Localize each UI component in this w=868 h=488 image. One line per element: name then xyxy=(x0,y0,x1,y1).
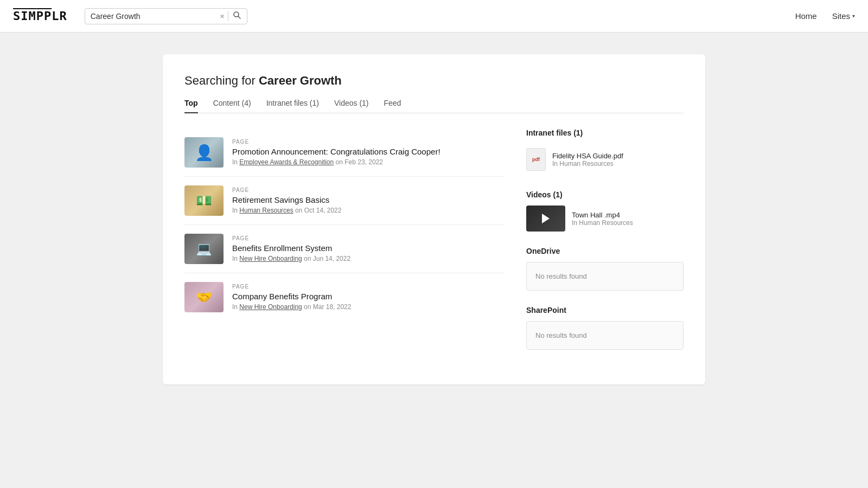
onedrive-title: OneDrive xyxy=(526,247,684,255)
video-name: Town Hall .mp4 xyxy=(572,211,633,219)
result-location-link[interactable]: New Hire Onboarding xyxy=(239,303,302,311)
result-item[interactable]: PAGE Retirement Savings Basics In Human … xyxy=(184,177,505,225)
result-item[interactable]: PAGE Promotion Announcement: Congratulat… xyxy=(184,129,505,177)
result-meta: PAGE Company Benefits Program In New Hir… xyxy=(232,282,351,312)
result-title: Retirement Savings Basics xyxy=(232,195,341,204)
sites-chevron: ▾ xyxy=(852,13,855,19)
search-input[interactable] xyxy=(91,12,220,21)
result-meta: PAGE Retirement Savings Basics In Human … xyxy=(232,185,341,216)
result-meta: PAGE Benefits Enrollment System In New H… xyxy=(232,234,350,264)
search-bar: × xyxy=(85,8,247,24)
content-card: Searching for Career Growth Top Content … xyxy=(163,54,705,384)
result-type: PAGE xyxy=(232,187,341,193)
video-location: In Human Resources xyxy=(572,219,633,227)
file-name: Fidelity HSA Guide.pdf xyxy=(552,152,623,160)
logo-text: SIM xyxy=(13,9,36,23)
result-location: In Employee Awards & Recognition on Feb … xyxy=(232,158,441,166)
result-location-link[interactable]: Employee Awards & Recognition xyxy=(239,158,334,166)
video-info: Town Hall .mp4 In Human Resources xyxy=(572,211,633,227)
result-thumbnail xyxy=(184,185,224,216)
page-title: Searching for Career Growth xyxy=(184,74,684,88)
pdf-icon: pdf xyxy=(526,148,546,171)
result-location: In New Hire Onboarding on Jun 14, 2022 xyxy=(232,255,350,262)
video-item[interactable]: Town Hall .mp4 In Human Resources xyxy=(526,206,684,232)
tab-content[interactable]: Content (4) xyxy=(213,99,251,113)
clear-search-button[interactable]: × xyxy=(220,12,225,21)
result-thumbnail xyxy=(184,282,224,312)
sharepoint-section: SharePoint No results found xyxy=(526,306,684,350)
result-type: PAGE xyxy=(232,235,350,241)
tab-feed[interactable]: Feed xyxy=(384,99,401,113)
result-item[interactable]: PAGE Benefits Enrollment System In New H… xyxy=(184,225,505,273)
result-item[interactable]: PAGE Company Benefits Program In New Hir… xyxy=(184,273,505,321)
sites-dropdown[interactable]: Sites ▾ xyxy=(832,11,855,21)
svg-line-1 xyxy=(238,16,240,18)
search-button[interactable] xyxy=(233,11,241,22)
sharepoint-no-results: No results found xyxy=(526,321,684,350)
header: SIMPPLR × Home Sites ▾ xyxy=(0,0,868,33)
onedrive-no-results: No results found xyxy=(526,262,684,291)
tabs-bar: Top Content (4) Intranet files (1) Video… xyxy=(184,99,684,113)
result-location-link[interactable]: Human Resources xyxy=(239,207,293,214)
result-thumbnail xyxy=(184,234,224,264)
sharepoint-title: SharePoint xyxy=(526,306,684,314)
tab-top[interactable]: Top xyxy=(184,99,198,113)
intranet-files-section: Intranet files (1) pdf Fidelity HSA Guid… xyxy=(526,129,684,175)
main-content: Searching for Career Growth Top Content … xyxy=(0,33,868,406)
sites-label: Sites xyxy=(832,11,850,21)
intranet-files-title: Intranet files (1) xyxy=(526,129,684,137)
tab-videos[interactable]: Videos (1) xyxy=(334,99,369,113)
tab-intranet-files[interactable]: Intranet files (1) xyxy=(266,99,319,113)
title-query: Career Growth xyxy=(259,74,342,87)
result-title: Benefits Enrollment System xyxy=(232,243,350,253)
videos-section: Videos (1) Town Hall .mp4 In Human Resou… xyxy=(526,190,684,232)
nav-links: Home Sites ▾ xyxy=(795,11,855,21)
result-title: Company Benefits Program xyxy=(232,292,351,301)
play-icon xyxy=(542,214,550,223)
logo-overline: PP xyxy=(36,9,52,23)
results-layout: PAGE Promotion Announcement: Congratulat… xyxy=(184,129,684,365)
result-meta: PAGE Promotion Announcement: Congratulat… xyxy=(232,137,441,168)
result-type: PAGE xyxy=(232,139,441,145)
intranet-file-item[interactable]: pdf Fidelity HSA Guide.pdf In Human Reso… xyxy=(526,144,684,175)
title-prefix: Searching for xyxy=(184,74,256,87)
results-list: PAGE Promotion Announcement: Congratulat… xyxy=(184,129,505,365)
result-location-link[interactable]: New Hire Onboarding xyxy=(239,255,302,262)
right-panel: Intranet files (1) pdf Fidelity HSA Guid… xyxy=(526,129,684,365)
logo: SIMPPLR xyxy=(13,9,67,23)
video-thumbnail xyxy=(526,206,565,232)
result-type: PAGE xyxy=(232,284,351,290)
result-title: Promotion Announcement: Congratulations … xyxy=(232,147,441,156)
result-location: In New Hire Onboarding on Mar 18, 2022 xyxy=(232,303,351,311)
file-location: In Human Resources xyxy=(552,160,623,168)
home-link[interactable]: Home xyxy=(795,11,817,21)
result-thumbnail xyxy=(184,137,224,168)
divider xyxy=(228,11,228,21)
videos-title: Videos (1) xyxy=(526,190,684,199)
result-location: In Human Resources on Oct 14, 2022 xyxy=(232,207,341,214)
file-info: Fidelity HSA Guide.pdf In Human Resource… xyxy=(552,152,623,168)
onedrive-section: OneDrive No results found xyxy=(526,247,684,291)
